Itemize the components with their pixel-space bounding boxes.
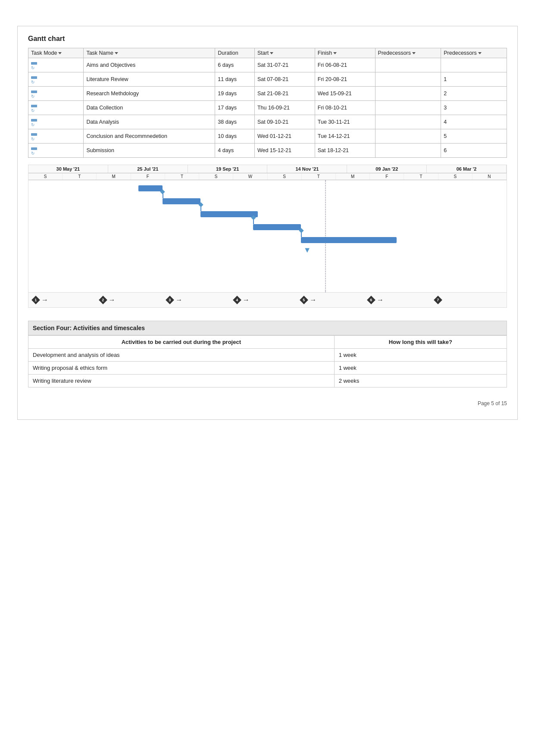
start-cell: Sat 09-10-21 [254,115,315,129]
task-mode-icon: ↻ [31,105,37,113]
pred2-cell: 5 [441,129,507,144]
timeline-period: 19 Sep '21 [188,165,268,173]
task-mode-cell: ↻ [28,72,84,87]
milestone-item: 2→ [100,296,167,304]
col-duration[interactable]: Duration [215,48,255,58]
table-row: ↻Research Methdology19 daysSat 21-08-21W… [28,87,507,101]
milestone-item: 7 [435,297,502,303]
gantt-bar-3 [200,211,258,217]
arrow-down-icon [478,52,482,54]
page-number: Page 5 of 15 [28,400,507,406]
task-name-cell: Aims and Objectives [84,58,215,72]
timeline-period: 06 Mar '2 [427,165,507,173]
day-cell: S [28,173,63,180]
gantt-table: Task Mode Task Name Duration Start Finis… [28,48,507,158]
activity-name: Writing proposal & ethics form [28,362,335,375]
duration-cell: 4 days [215,144,255,158]
day-cell: M [336,173,370,180]
milestone-arrow-icon: → [175,296,182,304]
milestone-arrow-icon: → [109,296,116,304]
task-mode-cell: ↻ [28,144,84,158]
milestone-number: 2 [102,298,104,302]
day-cell: T [63,173,97,180]
arrow-down-icon [412,52,416,54]
gantt-bar-5 [301,237,397,243]
day-cell: S [438,173,472,180]
milestone-diamond: 3 [166,296,174,304]
start-cell: Thu 16-09-21 [254,101,315,115]
milestone-diamond: 4 [233,296,241,304]
task-mode-icon: ↻ [31,147,37,156]
section-four-title: Section Four: Activities and timescales [28,321,507,335]
col-finish[interactable]: Finish [315,48,375,58]
milestone-item: 4→ [234,296,301,304]
rotate-arrow-icon: ↻ [31,151,37,156]
milestone-arrow-icon: → [377,296,384,304]
rotate-arrow-icon: ↻ [31,108,37,113]
timeline-period: 25 Jul '21 [108,165,188,173]
days-row: STMFTSWSTMFTSN [28,173,507,180]
start-cell: Sat 31-07-21 [254,58,315,72]
milestone-arrow-icon: → [41,296,48,304]
task-mode-cell: ↻ [28,115,84,129]
pred2-cell: 2 [441,87,507,101]
task-name-cell: Research Methdology [84,87,215,101]
day-cell: M [97,173,131,180]
pred2-cell [441,58,507,72]
activity-name: Development and analysis of ideas [28,349,335,362]
arrow-down-icon [270,52,273,54]
col-start[interactable]: Start [254,48,315,58]
milestone-number: 1 [34,298,37,302]
activity-name: Writing literature review [28,375,335,387]
day-cell: T [165,173,199,180]
milestone-number: 7 [437,298,439,302]
day-cell: W [233,173,267,180]
day-cell: N [472,173,507,180]
day-cell: S [199,173,233,180]
col-predecessors1[interactable]: Predecessors [375,48,441,58]
finish-cell: Tue 14-12-21 [315,129,375,144]
milestone-item: 5→ [301,296,368,304]
milestone-arrow-icon: → [310,296,316,304]
task-name-cell: Submission [84,144,215,158]
activities-table: Activities to be carried out during the … [28,335,507,387]
gantt-bar-1 [138,185,162,191]
pred1-cell [375,115,441,129]
task-name-cell: Data Collection [84,101,215,115]
timeline-period: 14 Nov '21 [267,165,347,173]
milestone-item: 6→ [368,296,435,304]
finish-cell: Fri 06-08-21 [315,58,375,72]
arrow-down-icon [58,52,62,54]
start-cell: Sat 21-08-21 [254,87,315,101]
table-row: ↻Aims and Objectives6 daysSat 31-07-21Fr… [28,58,507,72]
activity-duration: 2 weeks [334,375,507,387]
duration-cell: 38 days [215,115,255,129]
milestone-item: 3→ [167,296,234,304]
pred1-cell [375,129,441,144]
table-row: ↻Data Analysis38 daysSat 09-10-21Tue 30-… [28,115,507,129]
start-cell: Sat 07-08-21 [254,72,315,87]
day-cell: F [370,173,404,180]
milestone-diamond: 7 [434,296,443,304]
milestone-number: 5 [303,298,305,302]
task-mode-icon: ↻ [31,91,37,99]
task-mode-icon: ↻ [31,76,37,84]
col-task-mode[interactable]: Task Mode [28,48,84,58]
milestone-arrow-icon: → [243,296,250,304]
gantt-bar-2 [163,198,201,204]
pred2-cell: 3 [441,101,507,115]
task-mode-cell: ↻ [28,87,84,101]
task-name-cell: Conclusion and Recommnedetion [84,129,215,144]
task-name-cell: Data Analysis [84,115,215,129]
pred2-cell: 4 [441,115,507,129]
milestone-diamond: 6 [367,296,375,304]
rotate-arrow-icon: ↻ [31,80,37,84]
milestone-item: 1→ [33,296,100,304]
col-task-name[interactable]: Task Name [84,48,215,58]
rotate-arrow-icon: ↻ [31,137,37,141]
col-predecessors2[interactable]: Predecessors [441,48,507,58]
gantt-vline [325,180,326,292]
table-row: ↻Literature Review11 daysSat 07-08-21Fri… [28,72,507,87]
timeline-header: 30 May '2125 Jul '2119 Sep '2114 Nov '21… [28,165,507,173]
finish-cell: Sat 18-12-21 [315,144,375,158]
